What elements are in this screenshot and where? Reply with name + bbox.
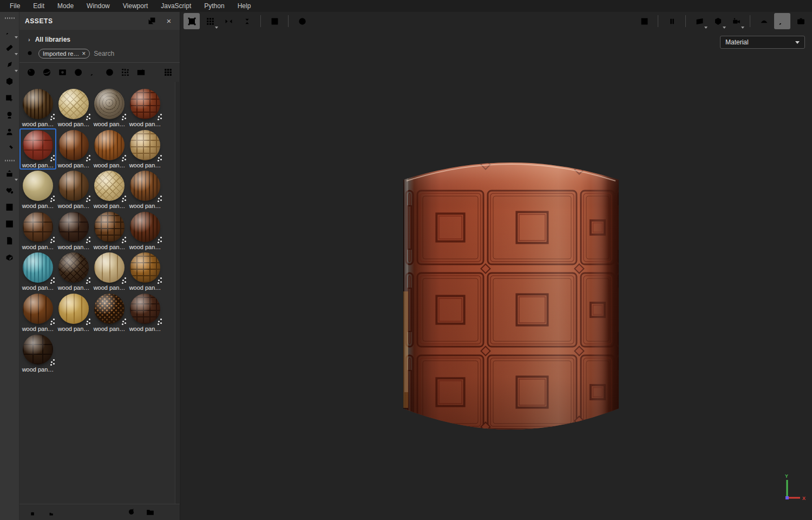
menu-javascript[interactable]: JavaScript bbox=[154, 1, 198, 11]
asset-item[interactable]: wood pan… bbox=[128, 211, 162, 250]
asset-thumbnail[interactable] bbox=[23, 130, 53, 160]
menu-edit[interactable]: Edit bbox=[27, 1, 51, 11]
screenshot[interactable] bbox=[793, 13, 809, 29]
asset-thumbnail[interactable] bbox=[130, 171, 160, 201]
pause-engine[interactable] bbox=[664, 13, 680, 29]
lazy-mouse-off[interactable] bbox=[636, 13, 652, 29]
menu-mode[interactable]: Mode bbox=[51, 1, 80, 11]
asset-item[interactable]: wood pan… bbox=[128, 129, 162, 168]
marquee-projection[interactable] bbox=[184, 13, 200, 29]
asset-item[interactable]: wood pan… bbox=[92, 252, 127, 291]
remove-tag-icon[interactable]: × bbox=[82, 50, 86, 57]
asset-item[interactable]: wood pan… bbox=[21, 334, 55, 373]
export-textures[interactable] bbox=[2, 165, 18, 181]
asset-thumbnail[interactable] bbox=[94, 212, 125, 242]
paint-mode[interactable] bbox=[774, 13, 790, 29]
shading-mode-dropdown[interactable]: Material bbox=[720, 36, 805, 49]
asset-thumbnail[interactable] bbox=[94, 89, 125, 119]
asset-thumbnail[interactable] bbox=[23, 171, 53, 201]
asset-thumbnail[interactable] bbox=[94, 171, 125, 201]
asset-item[interactable]: wood pan… bbox=[21, 170, 55, 209]
asset-thumbnail[interactable] bbox=[23, 89, 53, 119]
asset-thumbnail[interactable] bbox=[130, 252, 160, 283]
asset-thumbnail[interactable] bbox=[23, 294, 53, 324]
asset-item[interactable]: wood pan… bbox=[56, 170, 91, 209]
library-package[interactable] bbox=[2, 249, 18, 265]
filter-smart-materials[interactable] bbox=[39, 65, 55, 79]
asset-thumbnail[interactable] bbox=[94, 252, 125, 283]
view-mode-grid[interactable] bbox=[160, 65, 176, 79]
asset-item[interactable]: wood pan… bbox=[21, 293, 55, 332]
filter-smart-masks[interactable] bbox=[55, 65, 70, 79]
filter-textures[interactable] bbox=[133, 65, 149, 79]
asset-item[interactable]: wood pan… bbox=[92, 293, 127, 332]
model-cylinder[interactable] bbox=[403, 156, 619, 451]
menu-help[interactable]: Help bbox=[231, 1, 258, 11]
paint-tool[interactable] bbox=[2, 23, 18, 39]
asset-item[interactable]: wood pan… bbox=[128, 170, 162, 209]
viewport[interactable]: Material Y X bbox=[180, 12, 812, 520]
history-tool[interactable] bbox=[2, 199, 18, 215]
asset-thumbnail[interactable] bbox=[130, 130, 160, 160]
projection-tool[interactable] bbox=[2, 56, 18, 73]
menu-viewport[interactable]: Viewport bbox=[116, 1, 154, 11]
open-assets-folder[interactable] bbox=[144, 506, 156, 518]
export-list-save[interactable] bbox=[24, 506, 36, 518]
asset-item[interactable]: wood pan… bbox=[128, 88, 162, 127]
import-resources[interactable] bbox=[163, 506, 175, 518]
refresh-assets[interactable] bbox=[125, 506, 137, 518]
asset-item[interactable]: wood pan… bbox=[56, 129, 91, 168]
asset-thumbnail[interactable] bbox=[130, 212, 160, 242]
float-panel-icon[interactable] bbox=[146, 16, 157, 27]
export-list-folder[interactable] bbox=[43, 506, 55, 518]
toolbar-drag-handle[interactable] bbox=[5, 17, 15, 19]
menu-window[interactable]: Window bbox=[80, 1, 116, 11]
asset-thumbnail[interactable] bbox=[58, 294, 89, 324]
search-input[interactable]: Imported re… × Search bbox=[19, 46, 180, 62]
filter-brushes[interactable] bbox=[86, 65, 102, 79]
mesh-view[interactable] bbox=[710, 13, 726, 29]
asset-thumbnail[interactable] bbox=[94, 130, 125, 160]
asset-thumbnail[interactable] bbox=[58, 171, 89, 201]
asset-thumbnail[interactable] bbox=[58, 130, 89, 160]
asset-item[interactable]: wood pan… bbox=[92, 88, 127, 127]
camera-view[interactable] bbox=[728, 13, 744, 29]
asset-item[interactable]: wood pan… bbox=[21, 211, 55, 250]
asset-item[interactable]: wood pan… bbox=[92, 129, 127, 168]
menu-file[interactable]: File bbox=[3, 1, 27, 11]
library-selector[interactable]: › All libraries bbox=[19, 30, 180, 46]
tiling-mode[interactable] bbox=[202, 13, 218, 29]
search-tag[interactable]: Imported re… × bbox=[38, 49, 90, 58]
asset-item[interactable]: wood pan… bbox=[56, 293, 91, 332]
asset-thumbnail[interactable] bbox=[23, 334, 53, 365]
environment-settings[interactable] bbox=[756, 13, 772, 29]
asset-item[interactable]: wood pan… bbox=[21, 129, 55, 168]
asset-item[interactable]: wood pan… bbox=[128, 252, 162, 291]
close-panel-icon[interactable]: × bbox=[163, 16, 174, 27]
asset-item[interactable]: wood pan… bbox=[56, 88, 91, 127]
asset-item[interactable]: wood pan… bbox=[21, 88, 55, 127]
clone-tool[interactable] bbox=[2, 107, 18, 123]
mirror-vertical[interactable] bbox=[239, 13, 255, 29]
asset-item[interactable]: wood pan… bbox=[21, 252, 55, 291]
filter-procedurals[interactable] bbox=[117, 65, 133, 79]
symmetry-off[interactable] bbox=[294, 13, 310, 29]
asset-thumbnail[interactable] bbox=[58, 212, 89, 242]
asset-item[interactable]: wood pan… bbox=[56, 252, 91, 291]
asset-thumbnail[interactable] bbox=[130, 89, 160, 119]
projection-view[interactable] bbox=[691, 13, 708, 29]
asset-thumbnail[interactable] bbox=[94, 294, 125, 324]
asset-thumbnail[interactable] bbox=[23, 212, 53, 242]
toolbar-drag-handle[interactable] bbox=[5, 160, 15, 161]
asset-thumbnail[interactable] bbox=[23, 252, 53, 283]
add-frame[interactable] bbox=[266, 13, 283, 29]
mirror-horizontal[interactable] bbox=[220, 13, 237, 29]
transform-tool[interactable] bbox=[2, 216, 18, 232]
asset-item[interactable]: wood pan… bbox=[128, 293, 162, 332]
asset-thumbnail[interactable] bbox=[58, 252, 89, 283]
document-resources[interactable] bbox=[2, 232, 18, 249]
stamp-tool[interactable] bbox=[2, 123, 18, 140]
asset-item[interactable]: wood pan… bbox=[92, 211, 127, 250]
eraser-tool[interactable] bbox=[2, 40, 18, 56]
asset-thumbnail[interactable] bbox=[130, 294, 160, 324]
